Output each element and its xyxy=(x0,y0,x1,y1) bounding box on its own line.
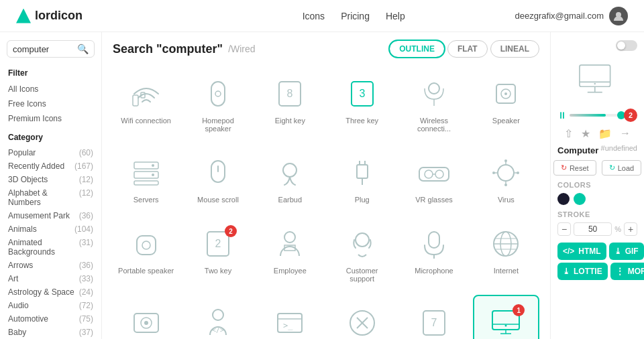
filter-all-icons[interactable]: All Icons xyxy=(0,82,101,96)
category-item[interactable]: Animals(104) xyxy=(0,222,101,236)
gif-icon: ⤓ xyxy=(614,247,621,256)
icon-cell[interactable]: Employee xyxy=(257,216,323,289)
share-icon[interactable]: ⇧ xyxy=(564,127,573,140)
icon-cell[interactable]: Customer support xyxy=(329,216,395,289)
icon-cell[interactable]: Subwoofer xyxy=(113,295,179,339)
nav-icons[interactable]: Icons xyxy=(303,11,325,21)
panel-toggle[interactable] xyxy=(616,40,637,51)
svg-rect-39 xyxy=(137,236,156,255)
filter-premium-icons[interactable]: Premium Icons xyxy=(0,111,101,126)
category-item[interactable]: Amusement Park(36) xyxy=(0,209,101,222)
stroke-decrease[interactable]: − xyxy=(557,222,571,236)
svg-text:8: 8 xyxy=(287,88,293,99)
category-item[interactable]: Arrows(36) xyxy=(0,259,101,272)
icon-cell[interactable]: </> IT developer xyxy=(184,295,251,339)
category-item[interactable]: Popular(60) xyxy=(0,146,101,159)
category-item[interactable]: Art(33) xyxy=(0,272,101,285)
icon-cell[interactable]: Speaker xyxy=(473,66,539,139)
stroke-increase[interactable]: + xyxy=(624,222,637,236)
download-gif-button[interactable]: ⤓ GIF xyxy=(609,243,644,260)
logo-text: lordicon xyxy=(35,9,83,23)
icon-cell[interactable]: Error cross xyxy=(329,295,395,339)
icon-image: 1 xyxy=(486,303,526,339)
svg-point-28 xyxy=(435,170,443,178)
user-avatar[interactable] xyxy=(609,7,628,25)
speed-track[interactable] xyxy=(570,114,621,117)
search-box: 🔍 xyxy=(7,40,95,58)
panel-actions: ⇧ ★ 📁 → xyxy=(557,127,637,140)
svg-point-13 xyxy=(504,92,507,95)
tab-lineal[interactable]: LINEAL xyxy=(490,40,539,58)
tab-outline[interactable]: OUTLINE xyxy=(389,40,445,58)
load-button[interactable]: ↻ Load xyxy=(602,160,641,176)
stroke-value[interactable]: 50 xyxy=(574,222,612,236)
icon-cell[interactable]: Wifi connection xyxy=(113,66,179,139)
icon-image xyxy=(270,153,310,193)
nav-help[interactable]: Help xyxy=(386,11,405,21)
svg-point-9 xyxy=(429,83,439,94)
category-item[interactable]: Alphabet & Numbers(12) xyxy=(0,186,101,209)
icon-cell[interactable]: Earbud xyxy=(257,145,323,210)
play-button[interactable]: ⏸ xyxy=(557,110,567,121)
download-html-button[interactable]: </> HTML xyxy=(557,243,606,260)
category-item[interactable]: Astrology & Space(24) xyxy=(0,285,101,299)
icon-cell[interactable]: Wireless connecti... xyxy=(400,66,467,139)
download-buttons: </> HTML ⤓ GIF ⤓ LOTTIE ⋮ MORE 3 xyxy=(557,243,637,280)
icon-cell[interactable]: 7 Seven key xyxy=(400,295,467,339)
icon-cell[interactable]: Plug xyxy=(329,145,395,210)
category-item[interactable]: Audio(72) xyxy=(0,299,101,312)
svg-point-36 xyxy=(504,184,507,186)
category-count: (60) xyxy=(79,148,93,157)
color-dot-2[interactable] xyxy=(574,193,586,205)
icon-cell[interactable]: Portable speaker xyxy=(113,216,179,289)
logo[interactable]: lordicon xyxy=(16,9,83,23)
icon-name: Computer xyxy=(557,145,598,155)
speed-control: ⏸ 2 xyxy=(557,109,637,122)
category-name: Automotive xyxy=(8,314,48,324)
icon-cell[interactable]: Servers xyxy=(113,145,179,210)
arrow-icon[interactable]: → xyxy=(620,127,631,140)
lottie-icon: ⤓ xyxy=(563,267,570,276)
icon-cell[interactable]: VR glasses xyxy=(400,145,467,210)
search-icon[interactable]: 🔍 xyxy=(77,44,89,54)
tab-flat[interactable]: FLAT xyxy=(447,40,488,58)
category-item[interactable]: Baby(37) xyxy=(0,326,101,339)
nav-pricing[interactable]: Pricing xyxy=(341,11,370,21)
folder-icon[interactable]: 📁 xyxy=(598,127,612,140)
icon-cell[interactable]: >_ Command window xyxy=(257,295,323,339)
category-count: (36) xyxy=(79,261,93,270)
icon-cell[interactable]: Internet xyxy=(473,216,539,289)
category-item[interactable]: Automotive(75) xyxy=(0,312,101,326)
svg-point-27 xyxy=(425,170,433,178)
icon-cell[interactable]: 3 Three key xyxy=(329,66,395,139)
favorite-icon[interactable]: ★ xyxy=(581,127,590,140)
category-name: Arrows xyxy=(8,261,33,270)
categories-list: Popular(60)Recently Added(167)3D Objects… xyxy=(0,146,101,339)
reset-button[interactable]: ↻ Reset xyxy=(553,160,596,176)
category-item[interactable]: 3D Objects(12) xyxy=(0,173,101,186)
user-email: deezgrafix@gmail.com xyxy=(515,11,604,21)
category-item[interactable]: Recently Added(167) xyxy=(0,159,101,173)
icon-cell[interactable]: Homepod speaker xyxy=(184,66,251,139)
search-input[interactable] xyxy=(13,44,73,54)
main-nav: Icons Pricing Help xyxy=(303,11,405,21)
category-item[interactable]: Animated Backgrounds(31) xyxy=(0,236,101,259)
download-lottie-button[interactable]: ⤓ LOTTIE xyxy=(557,263,608,280)
category-name: Animals xyxy=(8,224,37,234)
icon-image: 2 2 xyxy=(198,224,238,264)
svg-text:</>: </> xyxy=(212,326,224,334)
icon-cell[interactable]: Mouse scroll xyxy=(184,145,251,210)
icon-cell[interactable]: 8 Eight key xyxy=(257,66,323,139)
filter-free-icons[interactable]: Free Icons xyxy=(0,96,101,111)
category-name: Amusement Park xyxy=(8,211,70,220)
category-name: Baby xyxy=(8,328,26,337)
category-name: Popular xyxy=(8,148,36,157)
icon-cell[interactable]: 2 2 Two key xyxy=(184,216,251,289)
download-more-button[interactable]: ⋮ MORE 3 xyxy=(610,263,644,280)
icon-tag: #undefined xyxy=(601,144,637,152)
icon-cell[interactable]: 1 Computer ★ 📁 → xyxy=(473,295,539,339)
color-dot-1[interactable] xyxy=(557,193,570,205)
icon-label: Internet xyxy=(494,267,519,275)
icon-cell[interactable]: Microphone xyxy=(400,216,467,289)
icon-cell[interactable]: Virus xyxy=(473,145,539,210)
